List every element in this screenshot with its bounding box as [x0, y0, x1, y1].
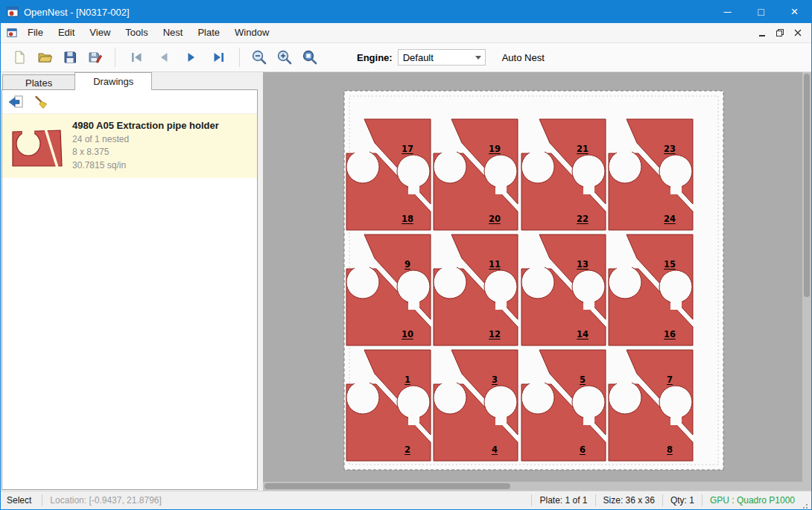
menu-view[interactable]: View: [82, 27, 118, 38]
notch-mouth: [495, 413, 507, 425]
drawing-area: 30.7815 sq/in: [72, 159, 219, 172]
scrollbar-corner: [802, 482, 811, 491]
back-to-plates-button[interactable]: [5, 92, 26, 112]
thumb-notch-mouth: [22, 127, 34, 137]
part-number: 13: [577, 259, 589, 270]
next-plate-button[interactable]: [177, 45, 205, 69]
notch-mouth: [442, 260, 457, 273]
mdi-close-icon[interactable]: [789, 25, 807, 40]
zoom-fit-icon: [302, 49, 318, 66]
vertical-scrollbar-thumb[interactable]: [804, 74, 810, 297]
zoom-in-button[interactable]: [272, 45, 297, 69]
status-gpu: GPU : Quadro P1000: [702, 491, 802, 509]
zoom-fit-button[interactable]: [297, 45, 323, 69]
nest-canvas-area[interactable]: 171819202122232491011121314151612345678: [263, 72, 811, 491]
notch-mouth: [617, 144, 632, 158]
status-location: Location: [-0.9437, 21.8796]: [42, 491, 168, 509]
menu-plate[interactable]: Plate: [190, 27, 227, 38]
save-button[interactable]: [57, 45, 83, 69]
engine-value: Default: [399, 52, 472, 63]
save-edit-button[interactable]: [83, 45, 108, 69]
statusbar: Select Location: [-0.9437, 21.8796] Plat…: [1, 491, 811, 509]
part-number: 14: [577, 329, 589, 340]
clean-button[interactable]: [31, 92, 51, 112]
part-number: 24: [664, 214, 676, 224]
notch-mouth: [495, 298, 507, 310]
previous-arrow-icon: [156, 50, 171, 65]
vertical-scrollbar[interactable]: [802, 72, 811, 482]
part-number: 18: [402, 214, 413, 224]
toolbar: Engine: Default Auto Nest: [1, 43, 811, 72]
zoom-out-button[interactable]: [247, 45, 272, 69]
part-number: 1: [405, 374, 410, 385]
mdi-minimize-icon[interactable]: [753, 25, 771, 40]
notch-mouth: [408, 413, 419, 425]
auto-nest-button[interactable]: Auto Nest: [496, 49, 551, 66]
zoom-in-icon: [276, 49, 293, 66]
open-folder-icon: [37, 50, 52, 65]
part-number: 11: [489, 259, 501, 270]
part-number: 20: [489, 214, 501, 224]
new-page-icon: [12, 50, 27, 65]
menubar: FileEditViewToolsNestPlateWindow: [1, 23, 811, 43]
menu-tools[interactable]: Tools: [118, 27, 155, 38]
notch-mouth: [408, 298, 419, 310]
part-number: 22: [577, 214, 589, 224]
notch-mouth: [583, 298, 594, 310]
blue-arrow-page-icon: [7, 95, 24, 109]
engine-label: Engine:: [357, 52, 393, 63]
status-mode: Select: [1, 491, 42, 509]
tab-drawings[interactable]: Drawings: [74, 72, 152, 90]
notch-mouth: [495, 182, 507, 194]
minimize-button[interactable]: ─: [711, 1, 744, 23]
drawing-dimensions: 8 x 8.375: [72, 146, 219, 159]
next-arrow-icon: [184, 50, 199, 65]
menu-items: FileEditViewToolsNestPlateWindow: [20, 23, 276, 42]
part-number: 9: [405, 259, 410, 270]
zoom-out-icon: [251, 49, 267, 66]
horizontal-scrollbar[interactable]: [263, 482, 802, 491]
mdi-restore-icon[interactable]: [771, 25, 789, 40]
engine-select[interactable]: Default: [398, 49, 486, 66]
tab-plates[interactable]: Plates: [2, 74, 75, 90]
menu-nest[interactable]: Nest: [156, 27, 191, 38]
horizontal-scrollbar-thumb[interactable]: [264, 483, 510, 489]
resize-grip[interactable]: [802, 502, 810, 509]
part-number: 19: [489, 144, 501, 154]
broom-icon: [34, 95, 48, 109]
toolbar-separator: [115, 48, 115, 67]
notch-mouth: [670, 298, 682, 310]
save-edit-icon: [88, 50, 103, 65]
notch-mouth: [408, 182, 419, 194]
notch-mouth: [530, 375, 545, 389]
toolbar-separator: [239, 48, 240, 67]
save-disk-icon: [63, 50, 77, 65]
part-thumbnail: [8, 119, 66, 173]
notch-mouth: [583, 413, 594, 425]
drawing-list-item[interactable]: 4980 A05 Extraction pipe holder 24 of 1 …: [2, 114, 257, 178]
last-plate-button[interactable]: [205, 45, 232, 69]
chevron-down-icon: [472, 56, 485, 60]
document-icon: [7, 28, 17, 38]
tab-strip: Plates Drawings: [2, 72, 151, 90]
part-number: 15: [664, 259, 676, 270]
menu-edit[interactable]: Edit: [51, 27, 82, 38]
new-button[interactable]: [7, 45, 32, 69]
status-size: Size: 36 x 36: [596, 491, 662, 509]
notch-mouth: [617, 260, 632, 273]
previous-plate-button[interactable]: [150, 45, 177, 69]
close-button[interactable]: ×: [778, 1, 811, 23]
part-number: 6: [580, 444, 586, 455]
part-number: 4: [492, 444, 498, 455]
menu-window[interactable]: Window: [227, 27, 276, 38]
maximize-button[interactable]: □: [744, 1, 778, 23]
menu-file[interactable]: File: [20, 27, 51, 38]
notch-mouth: [530, 144, 545, 158]
open-button[interactable]: [32, 45, 57, 69]
notch-mouth: [583, 182, 594, 194]
first-arrow-icon: [129, 50, 144, 65]
notch-mouth: [442, 375, 457, 389]
nest-canvas[interactable]: 171819202122232491011121314151612345678: [263, 72, 804, 483]
first-plate-button[interactable]: [122, 45, 150, 69]
drawings-panel: 4980 A05 Extraction pipe holder 24 of 1 …: [1, 89, 258, 490]
